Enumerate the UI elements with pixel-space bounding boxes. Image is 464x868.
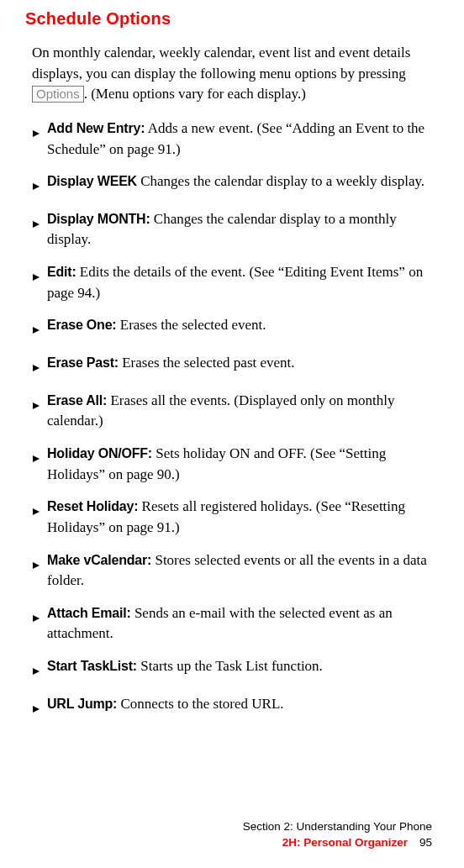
svg-marker-5 (33, 365, 40, 371)
list-item-text: Add New Entry: Adds a new event. (See “A… (47, 118, 439, 160)
list-item: Holiday ON/OFF: Sets holiday ON and OFF.… (32, 444, 439, 485)
list-item-text: Display MONTH: Changes the calendar disp… (47, 209, 439, 250)
list-item-lead: Edit: (47, 265, 76, 279)
triangle-bullet-icon (32, 502, 40, 523)
list-item-rest: Erases the selected event. (117, 317, 266, 333)
footer-chapter: 2H: Personal Organizer (282, 836, 408, 849)
triangle-bullet-icon (32, 555, 40, 576)
list-item: Erase One: Erases the selected event. (32, 315, 439, 341)
list-item: Make vCalendar: Stores selected events o… (32, 550, 439, 592)
triangle-bullet-icon (32, 449, 40, 470)
list-item-lead: Reset Holiday: (47, 499, 138, 513)
list-item-lead: Attach Email: (47, 606, 131, 620)
list-item-text: Holiday ON/OFF: Sets holiday ON and OFF.… (47, 444, 439, 485)
footer-section: Section 2: Understanding Your Phone (243, 819, 432, 835)
list-item-text: Edit: Edits the details of the event. (S… (47, 262, 439, 303)
page-footer: Section 2: Understanding Your Phone 2H: … (243, 819, 432, 851)
svg-marker-9 (33, 562, 40, 569)
list-item: Start TaskList: Starts up the Task List … (32, 656, 439, 682)
list-item-text: Start TaskList: Starts up the Task List … (47, 656, 439, 677)
list-item-lead: Erase All: (47, 393, 107, 408)
list-item-text: Make vCalendar: Stores selected events o… (47, 550, 439, 592)
list-item: URL Jump: Connects to the stored URL. (32, 694, 439, 720)
triangle-bullet-icon (32, 176, 40, 197)
svg-marker-2 (33, 221, 40, 228)
list-item-text: Erase All: Erases all the events. (Displ… (47, 391, 439, 432)
list-item-lead: Make vCalendar: (47, 553, 151, 567)
triangle-bullet-icon (32, 320, 40, 341)
options-list: Add New Entry: Adds a new event. (See “A… (32, 118, 439, 719)
list-item-lead: Add New Entry: (47, 121, 145, 135)
list-item: Attach Email: Sends an e-mail with the s… (32, 603, 439, 644)
list-item-text: Attach Email: Sends an e-mail with the s… (47, 603, 439, 644)
triangle-bullet-icon (32, 699, 40, 720)
list-item: Display WEEK Changes the calendar displa… (32, 171, 439, 197)
list-item-rest: Changes the calendar display to a weekly… (137, 173, 424, 189)
triangle-bullet-icon (32, 214, 40, 235)
svg-marker-4 (33, 327, 40, 334)
list-item-lead: Holiday ON/OFF: (47, 446, 152, 460)
list-item-lead: Start TaskList: (47, 659, 137, 673)
triangle-bullet-icon (32, 661, 40, 682)
svg-marker-3 (33, 274, 40, 281)
list-item-lead: Display WEEK (47, 174, 137, 188)
svg-marker-11 (33, 668, 40, 675)
footer-page-number: 95 (419, 836, 432, 849)
list-item-rest: Starts up the Task List function. (137, 658, 323, 674)
list-item-text: Reset Holiday: Resets all registered hol… (47, 497, 439, 538)
list-item-lead: Erase Past: (47, 355, 119, 370)
svg-marker-7 (33, 455, 40, 462)
triangle-bullet-icon (32, 358, 40, 379)
list-item-lead: Display MONTH: (47, 212, 150, 226)
intro-pre: On monthly calendar, weekly calendar, ev… (32, 45, 410, 82)
section-heading: Schedule Options (25, 7, 439, 31)
svg-marker-1 (33, 183, 40, 190)
svg-marker-12 (33, 706, 40, 713)
svg-marker-10 (33, 615, 40, 622)
options-softkey-box: Options (32, 86, 84, 103)
list-item-rest: Connects to the stored URL. (117, 696, 283, 712)
list-item-lead: Erase One: (47, 318, 117, 332)
triangle-bullet-icon (32, 124, 40, 145)
intro-post: . (Menu options vary for each display.) (84, 86, 306, 102)
list-item: Display MONTH: Changes the calendar disp… (32, 209, 439, 250)
list-item: Edit: Edits the details of the event. (S… (32, 262, 439, 303)
svg-marker-6 (33, 402, 40, 409)
list-item: Erase All: Erases all the events. (Displ… (32, 391, 439, 432)
triangle-bullet-icon (32, 608, 40, 629)
list-item-rest: Erases the selected past event. (119, 355, 295, 371)
svg-marker-0 (33, 130, 40, 137)
list-item: Add New Entry: Adds a new event. (See “A… (32, 118, 439, 160)
intro-paragraph: On monthly calendar, weekly calendar, ev… (32, 43, 439, 105)
list-item-text: Display WEEK Changes the calendar displa… (47, 171, 439, 192)
list-item: Reset Holiday: Resets all registered hol… (32, 497, 439, 538)
list-item: Erase Past: Erases the selected past eve… (32, 353, 439, 379)
triangle-bullet-icon (32, 396, 40, 417)
list-item-text: Erase Past: Erases the selected past eve… (47, 353, 439, 374)
list-item-text: URL Jump: Connects to the stored URL. (47, 694, 439, 715)
list-item-lead: URL Jump: (47, 697, 117, 711)
triangle-bullet-icon (32, 267, 40, 288)
list-item-rest: Edits the details of the event. (See “Ed… (47, 264, 423, 301)
svg-marker-8 (33, 508, 40, 515)
list-item-text: Erase One: Erases the selected event. (47, 315, 439, 336)
